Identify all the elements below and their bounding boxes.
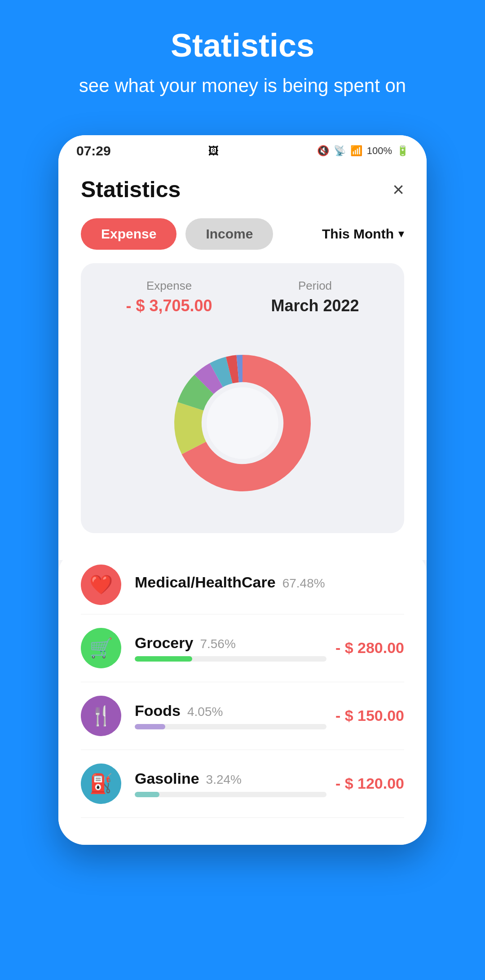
filter-row: Expense Income This Month ▾ — [81, 218, 404, 250]
gasoline-pct: 3.24% — [206, 773, 242, 787]
gasoline-icon: ⛽ — [81, 764, 121, 804]
category-list: ❤️ Medical/HealthCare 67.48% 🛒 Grocery 7… — [58, 551, 427, 845]
grocery-progress-bg — [135, 656, 326, 662]
category-row-gasoline[interactable]: ⛽ Gasoline 3.24% - $ 120.00 — [81, 750, 404, 818]
app-main-content: Statistics × Expense Income This Month ▾… — [58, 163, 427, 560]
foods-amount: - $ 150.00 — [335, 707, 404, 724]
donut-chart — [157, 338, 328, 508]
foods-progress-fill — [135, 724, 165, 729]
grocery-icon: 🛒 — [81, 628, 121, 668]
gasoline-info: Gasoline 3.24% — [135, 770, 326, 797]
category-row-medical[interactable]: ❤️ Medical/HealthCare 67.48% — [81, 551, 404, 614]
period-label: This Month — [322, 226, 394, 242]
chart-stats: Expense - $ 3,705.00 Period March 2022 — [97, 279, 388, 315]
wifi-icon: 📡 — [334, 145, 346, 157]
battery-text: 100% — [367, 145, 392, 157]
period-stat-label: Period — [271, 279, 359, 293]
medical-name: Medical/HealthCare — [135, 574, 276, 591]
income-button[interactable]: Income — [185, 218, 273, 250]
grocery-info: Grocery 7.56% — [135, 634, 326, 662]
phone-mockup: 07:29 🖼 🔇 📡 📶 100% 🔋 Statistics × Expens… — [58, 135, 427, 845]
donut-chart-container — [97, 329, 388, 517]
chart-card: Expense - $ 3,705.00 Period March 2022 — [81, 263, 404, 533]
medical-icon: ❤️ — [81, 565, 121, 605]
signal-icon: 📶 — [350, 145, 362, 157]
close-button[interactable]: × — [392, 178, 404, 201]
gasoline-progress-bg — [135, 792, 326, 797]
gasoline-amount: - $ 120.00 — [335, 775, 404, 792]
expense-stat: Expense - $ 3,705.00 — [126, 279, 212, 315]
status-image-icon: 🖼 — [208, 145, 219, 157]
status-icons: 🔇 📡 📶 100% 🔋 — [317, 145, 409, 157]
expense-button[interactable]: Expense — [81, 218, 176, 250]
expense-stat-label: Expense — [126, 279, 212, 293]
period-selector[interactable]: This Month ▾ — [322, 226, 404, 242]
app-header: Statistics × — [81, 177, 404, 203]
gasoline-name: Gasoline — [135, 770, 199, 787]
mute-icon: 🔇 — [317, 145, 329, 157]
status-time: 07:29 — [76, 143, 111, 159]
hero-title: Statistics — [18, 27, 467, 64]
status-bar: 07:29 🖼 🔇 📡 📶 100% 🔋 — [58, 135, 427, 163]
chevron-down-icon: ▾ — [398, 227, 404, 241]
hero-subtitle: see what your money is being spent on — [18, 73, 467, 99]
period-stat: Period March 2022 — [271, 279, 359, 315]
foods-name: Foods — [135, 702, 181, 720]
category-row-foods[interactable]: 🍴 Foods 4.05% - $ 150.00 — [81, 682, 404, 750]
hero-section: Statistics see what your money is being … — [0, 0, 485, 117]
period-stat-value: March 2022 — [271, 296, 359, 315]
grocery-name: Grocery — [135, 634, 193, 652]
category-row-grocery[interactable]: 🛒 Grocery 7.56% - $ 280.00 — [81, 614, 404, 682]
foods-progress-bg — [135, 724, 326, 729]
battery-icon: 🔋 — [397, 145, 409, 157]
foods-pct: 4.05% — [187, 705, 223, 719]
grocery-pct: 7.56% — [200, 637, 235, 651]
gasoline-progress-fill — [135, 792, 159, 797]
foods-info: Foods 4.05% — [135, 702, 326, 729]
medical-pct: 67.48% — [282, 576, 325, 591]
app-title: Statistics — [81, 177, 181, 203]
foods-icon: 🍴 — [81, 696, 121, 736]
expense-stat-value: - $ 3,705.00 — [126, 296, 212, 315]
medical-info: Medical/HealthCare 67.48% — [135, 574, 404, 596]
svg-point-1 — [207, 387, 278, 459]
grocery-amount: - $ 280.00 — [335, 639, 404, 657]
grocery-progress-fill — [135, 656, 192, 662]
